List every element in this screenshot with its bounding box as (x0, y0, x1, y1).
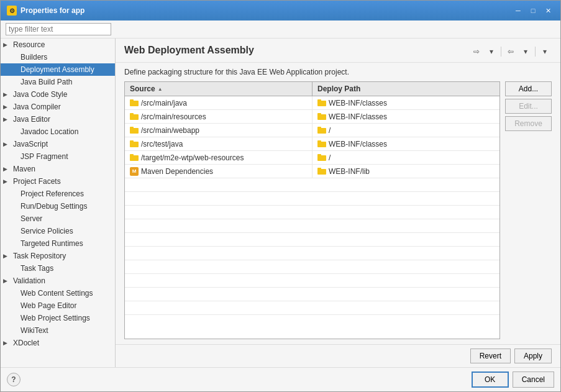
folder-icon (317, 113, 326, 120)
title-bar-controls: ─ □ ✕ (512, 5, 554, 16)
cancel-button[interactable]: Cancel (513, 371, 554, 388)
sidebar-item-run-debug-settings[interactable]: Run/Debug Settings (1, 200, 115, 212)
deploy-text: / (329, 153, 331, 162)
sidebar-item-java-compiler[interactable]: ▶Java Compiler (1, 101, 115, 113)
empty-row (125, 219, 499, 233)
ok-cancel-buttons: OK Cancel (472, 371, 554, 388)
folder-icon (130, 140, 139, 147)
sidebar-item-jsp-fragment[interactable]: JSP Fragment (1, 150, 115, 163)
sidebar-item-web-project-settings[interactable]: Web Project Settings (1, 312, 115, 324)
dropdown-btn-1[interactable]: ▾ (485, 45, 498, 58)
table-row[interactable]: /src/main/webapp/ (125, 124, 499, 137)
folder-icon (130, 113, 139, 120)
deploy-text: WEB-INF/classes (329, 99, 387, 107)
sidebar-item-resource[interactable]: ▶Resource (1, 39, 115, 51)
sidebar-item-javadoc-location[interactable]: Javadoc Location (1, 125, 115, 138)
folder-icon (317, 127, 326, 134)
filter-input[interactable] (6, 23, 111, 35)
source-cell: MMaven Dependencies (125, 165, 312, 178)
dropdown-btn-2[interactable]: ▾ (519, 45, 532, 58)
sidebar-item-project-references[interactable]: Project References (1, 188, 115, 200)
sidebar-item-task-tags[interactable]: Task Tags (1, 262, 115, 275)
menu-btn[interactable]: ▾ (538, 45, 552, 58)
apply-button[interactable]: Apply (514, 349, 552, 363)
sidebar-item-label: Java Build Path (21, 78, 72, 86)
folder-icon (130, 99, 139, 106)
minimize-button[interactable]: ─ (512, 5, 524, 16)
source-cell: /src/test/java (125, 137, 312, 150)
dialog-footer: ? OK Cancel (1, 367, 560, 391)
table-row[interactable]: /src/test/javaWEB-INF/classes (125, 137, 499, 151)
deploy-text: WEB-INF/classes (329, 112, 387, 121)
sidebar-item-label: Task Tags (21, 264, 53, 273)
revert-apply-buttons: Revert Apply (116, 344, 560, 367)
sidebar-item-java-editor[interactable]: ▶Java Editor (1, 113, 115, 125)
sidebar-item-label: Builders (21, 53, 47, 62)
sidebar-item-deployment-assembly[interactable]: Deployment Assembly (1, 63, 115, 76)
folder-icon (317, 168, 326, 175)
deploy-text: WEB-INF/lib (329, 167, 370, 176)
sidebar-item-label: Maven (13, 165, 35, 173)
table-row[interactable]: /target/m2e-wtp/web-resources/ (125, 151, 499, 165)
sidebar-item-web-page-editor[interactable]: Web Page Editor (1, 299, 115, 312)
sort-arrow: ▲ (158, 86, 163, 92)
table-row[interactable]: /src/main/javaWEB-INF/classes (125, 96, 499, 110)
ok-button[interactable]: OK (472, 371, 509, 388)
assembly-table: Source ▲ Deploy Path /src/main/javaWEB-I… (124, 81, 500, 339)
content-header: Web Deployment Assembly ⇨ ▾ ⇦ ▾ ▾ (116, 39, 560, 63)
help-button[interactable]: ? (7, 373, 21, 386)
sidebar-item-validation[interactable]: ▶Validation (1, 275, 115, 287)
empty-row (125, 192, 499, 206)
empty-row (125, 288, 499, 301)
sidebar-item-server[interactable]: Server (1, 212, 115, 225)
sidebar-item-label: Resource (13, 40, 45, 49)
sidebar-item-targeted-runtimes[interactable]: Targeted Runtimes (1, 237, 115, 250)
revert-button[interactable]: Revert (470, 349, 511, 363)
content-area: Web Deployment Assembly ⇨ ▾ ⇦ ▾ ▾ Define… (116, 39, 560, 367)
back-icon-btn[interactable]: ⇦ (504, 45, 518, 58)
table-row[interactable]: /src/main/resourcesWEB-INF/classes (125, 110, 499, 124)
source-text: /src/test/java (141, 140, 183, 148)
add-button[interactable]: Add... (505, 81, 552, 96)
folder-icon (317, 154, 326, 161)
sidebar-item-label: Task Repository (13, 252, 66, 260)
sidebar-item-label: Java Code Style (13, 90, 67, 99)
source-text: /target/m2e-wtp/web-resources (141, 153, 244, 162)
sidebar-item-maven[interactable]: ▶Maven (1, 163, 115, 175)
remove-button[interactable]: Remove (505, 116, 552, 131)
deploy-cell: WEB-INF/classes (312, 137, 499, 150)
edit-button[interactable]: Edit... (505, 99, 552, 114)
sidebar-item-builders[interactable]: Builders (1, 51, 115, 63)
sidebar: ▶ResourceBuildersDeployment AssemblyJava… (1, 39, 116, 367)
table-row[interactable]: MMaven DependenciesWEB-INF/lib (125, 165, 499, 178)
chevron-right-icon: ▶ (3, 253, 11, 259)
toolbar-separator-2 (535, 47, 536, 57)
sidebar-item-label: Web Content Settings (21, 289, 93, 298)
sidebar-item-project-facets[interactable]: ▶Project Facets (1, 175, 115, 188)
maximize-button[interactable]: □ (527, 5, 539, 16)
sidebar-item-label: Server (21, 214, 42, 223)
sidebar-item-javascript[interactable]: ▶JavaScript (1, 138, 115, 150)
deploy-text: / (329, 126, 331, 135)
sidebar-item-task-repository[interactable]: ▶Task Repository (1, 250, 115, 262)
sidebar-item-xdoclet[interactable]: ▶XDoclet (1, 337, 115, 349)
sidebar-item-wikitext[interactable]: WikiText (1, 324, 115, 337)
sidebar-item-java-build-path[interactable]: Java Build Path (1, 76, 115, 88)
sidebar-item-label: JSP Fragment (21, 152, 68, 161)
empty-row (125, 233, 499, 247)
empty-row (125, 206, 499, 219)
sidebar-item-label: Service Policies (21, 227, 73, 235)
sidebar-item-web-content-settings[interactable]: Web Content Settings (1, 287, 115, 299)
close-button[interactable]: ✕ (542, 5, 554, 16)
title-bar: ⚙ Properties for app ─ □ ✕ (1, 1, 560, 21)
properties-dialog: ⚙ Properties for app ─ □ ✕ ▶ResourceBuil… (0, 0, 561, 392)
chevron-right-icon: ▶ (3, 91, 11, 98)
sidebar-item-service-policies[interactable]: Service Policies (1, 225, 115, 237)
forward-icon-btn[interactable]: ⇨ (470, 45, 483, 58)
empty-row (125, 260, 499, 274)
sidebar-item-java-code-style[interactable]: ▶Java Code Style (1, 88, 115, 101)
source-text: Maven Dependencies (141, 167, 213, 176)
folder-icon (317, 140, 326, 147)
sidebar-item-label: XDoclet (13, 339, 39, 347)
sidebar-item-label: Project Facets (13, 177, 61, 186)
